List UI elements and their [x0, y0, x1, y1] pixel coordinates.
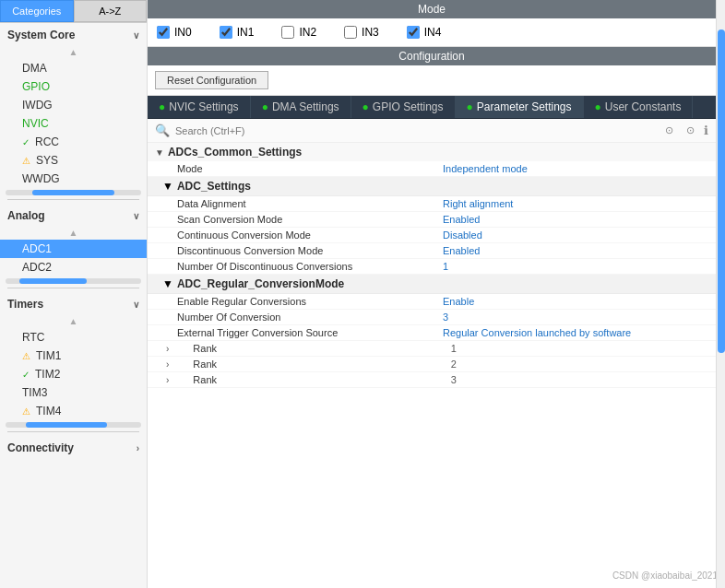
rank2-label: Rank: [174, 359, 450, 370]
param-scan-conv-value[interactable]: Enabled: [443, 214, 708, 225]
param-ext-trigger-value[interactable]: Regular Conversion launched by software: [443, 327, 708, 338]
rank3-triangle: ›: [166, 375, 169, 385]
reset-config-button[interactable]: Reset Configuration: [155, 71, 268, 89]
rank3-label: Rank: [174, 374, 450, 385]
sys-warn-icon: ⚠: [22, 156, 30, 166]
param-mode-value[interactable]: Independent mode: [443, 163, 708, 174]
timers-scrollbar[interactable]: [6, 422, 141, 428]
system-core-scrollbar[interactable]: [6, 190, 141, 195]
checkbox-in4[interactable]: [407, 26, 420, 39]
param-data-align-value[interactable]: Right alignment: [443, 198, 708, 209]
adc1-label: ADC1: [22, 242, 52, 255]
user-const-tab-icon: ●: [595, 100, 601, 113]
info-icon[interactable]: ℹ: [704, 123, 708, 137]
tab-user-constants[interactable]: ● User Constants: [584, 96, 694, 118]
tab-dma-settings[interactable]: ● DMA Settings: [251, 96, 351, 118]
adc-regular-triangle: ▼: [162, 277, 173, 290]
scroll-up-analog[interactable]: ▲: [0, 226, 147, 240]
sidebar-item-tim1[interactable]: ⚠ TIM1: [0, 347, 147, 365]
tab-nvic-settings[interactable]: ● NVIC Settings: [148, 96, 251, 118]
sidebar-item-tim2[interactable]: ✓ TIM2: [0, 365, 147, 383]
sidebar-item-adc1[interactable]: ADC1: [0, 240, 147, 258]
param-row-discont-conv: Discontinuous Conversion Mode Enabled: [148, 243, 716, 259]
sidebar-item-iwdg[interactable]: IWDG: [0, 96, 147, 114]
search-bar: 🔍 ⊙ ⊙ ℹ: [148, 119, 716, 143]
channel-in4[interactable]: IN4: [407, 24, 442, 41]
param-num-discont-name: Number Of Discontinuous Conversions: [177, 261, 443, 272]
sidebar-item-rtc[interactable]: RTC: [0, 328, 147, 347]
channel-in3-label: IN3: [362, 26, 379, 39]
rank-row-3[interactable]: › Rank 3: [148, 372, 716, 388]
scroll-up-system[interactable]: ▲: [0, 45, 147, 59]
sidebar-item-dma[interactable]: DMA: [0, 59, 147, 77]
group-timers-header[interactable]: Timers ∨: [0, 292, 147, 314]
param-data-align-name: Data Alignment: [177, 198, 443, 209]
sidebar-item-sys[interactable]: ⚠ SYS: [0, 151, 147, 170]
group-adc-regular[interactable]: ▼ ADC_Regular_ConversionMode: [148, 275, 716, 294]
checkbox-in0[interactable]: [157, 26, 170, 39]
param-tab-icon: ●: [467, 100, 473, 113]
param-discont-conv-value[interactable]: Enabled: [443, 245, 708, 256]
tim1-label: TIM1: [36, 349, 61, 362]
channel-in2-label: IN2: [299, 26, 316, 39]
rtc-label: RTC: [22, 331, 44, 344]
group-connectivity: Connectivity ›: [0, 436, 147, 458]
group-system-core-header[interactable]: System Core ∨: [0, 23, 147, 45]
channel-in2[interactable]: IN2: [281, 24, 316, 41]
timers-scrollbar-thumb: [26, 422, 107, 428]
group-connectivity-header[interactable]: Connectivity ›: [0, 436, 147, 458]
dma-label: DMA: [22, 62, 47, 75]
rank2-triangle: ›: [166, 359, 169, 370]
sidebar-item-wwdg[interactable]: WWDG: [0, 170, 147, 188]
group-adc-settings[interactable]: ▼ ADC_Settings: [148, 177, 716, 196]
adcs-common-triangle: ▼: [155, 147, 164, 158]
param-num-conv-value[interactable]: 3: [443, 312, 708, 323]
channel-in0[interactable]: IN0: [157, 24, 192, 41]
tab-parameter-settings[interactable]: ● Parameter Settings: [456, 96, 584, 118]
sidebar-item-tim3[interactable]: TIM3: [0, 383, 147, 402]
param-cont-conv-value[interactable]: Disabled: [443, 229, 708, 241]
mode-section: Mode IN0 IN1 IN2 IN3 IN4: [148, 0, 716, 47]
group-timers-chevron: ∨: [133, 300, 139, 310]
group-adcs-common[interactable]: ▼ ADCs_Common_Settings: [148, 143, 716, 161]
right-scrollbar[interactable]: [716, 0, 725, 588]
channel-in1[interactable]: IN1: [220, 24, 255, 41]
rank-row-2[interactable]: › Rank 2: [148, 357, 716, 372]
group-system-core-label: System Core: [7, 29, 75, 41]
param-row-mode: Mode Independent mode: [148, 161, 716, 177]
mode-content: IN0 IN1 IN2 IN3 IN4: [148, 18, 716, 46]
checkbox-in2[interactable]: [281, 26, 294, 39]
wwdg-label: WWDG: [22, 172, 60, 185]
checkbox-in1[interactable]: [220, 26, 232, 39]
search-prev-icon[interactable]: ⊙: [661, 123, 677, 138]
param-enable-reg-name: Enable Regular Conversions: [177, 296, 443, 307]
search-next-icon[interactable]: ⊙: [683, 123, 698, 138]
param-num-discont-value[interactable]: 1: [443, 261, 708, 272]
dma-tab-label: DMA Settings: [272, 100, 339, 113]
tim1-warn-icon: ⚠: [22, 351, 30, 361]
sidebar-item-adc2[interactable]: ADC2: [0, 258, 147, 276]
rank-row-1[interactable]: › Rank 1: [148, 341, 716, 357]
adcs-common-name: ADCs_Common_Settings: [168, 146, 302, 159]
checkbox-in3[interactable]: [344, 26, 357, 39]
group-connectivity-label: Connectivity: [7, 441, 74, 454]
divider-1: [7, 199, 139, 200]
channel-in3[interactable]: IN3: [344, 24, 379, 41]
tab-categories[interactable]: Categories: [0, 0, 74, 22]
sidebar-item-rcc[interactable]: ✓ RCC: [0, 133, 147, 151]
param-cont-conv-name: Continuous Conversion Mode: [177, 229, 443, 241]
sidebar-item-nvic[interactable]: NVIC: [0, 114, 147, 133]
param-row-num-discont: Number Of Discontinuous Conversions 1: [148, 259, 716, 275]
sidebar-item-gpio[interactable]: GPIO: [0, 77, 147, 96]
search-input[interactable]: [175, 125, 656, 136]
scroll-up-timers[interactable]: ▲: [0, 314, 147, 328]
rank1-triangle: ›: [166, 344, 169, 354]
group-analog-header[interactable]: Analog ∨: [0, 204, 147, 226]
config-header: Configuration: [148, 47, 716, 65]
param-num-conv-name: Number Of Conversion: [177, 312, 443, 323]
param-enable-reg-value[interactable]: Enable: [443, 296, 708, 307]
analog-scrollbar[interactable]: [6, 278, 141, 284]
sidebar-item-tim4[interactable]: ⚠ TIM4: [0, 402, 147, 420]
tab-gpio-settings[interactable]: ● GPIO Settings: [351, 96, 456, 118]
tab-az[interactable]: A->Z: [74, 0, 148, 22]
